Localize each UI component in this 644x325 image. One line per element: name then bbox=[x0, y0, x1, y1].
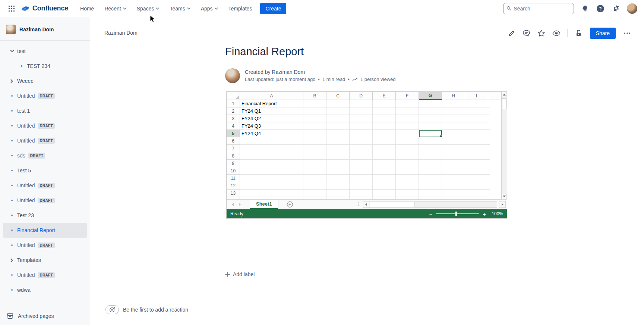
cell-F9[interactable] bbox=[396, 160, 419, 167]
row-header-4[interactable]: 4 bbox=[227, 122, 240, 130]
cell-E11[interactable] bbox=[373, 175, 396, 182]
cell-D3[interactable] bbox=[350, 115, 373, 122]
cell-B8[interactable] bbox=[303, 152, 326, 160]
horizontal-scroll-thumb[interactable] bbox=[370, 202, 414, 207]
horizontal-scrollbar[interactable] bbox=[363, 201, 497, 208]
row-header-9[interactable]: 9 bbox=[227, 160, 240, 167]
cell-A12[interactable] bbox=[240, 182, 303, 190]
cell-I4[interactable] bbox=[465, 122, 488, 130]
zoom-out-button[interactable]: − bbox=[429, 211, 432, 217]
cell-C2[interactable] bbox=[326, 107, 350, 115]
nav-item-templates[interactable]: Templates bbox=[228, 6, 252, 12]
expand-toggle[interactable] bbox=[9, 258, 15, 262]
cell-G4[interactable] bbox=[419, 122, 442, 130]
row-header-13[interactable]: 13 bbox=[227, 190, 240, 197]
cell-D2[interactable] bbox=[350, 107, 373, 115]
cell-F6[interactable] bbox=[396, 137, 419, 145]
sidebar-item-sds[interactable]: •sdsDRAFT bbox=[3, 148, 87, 163]
cell-C1[interactable] bbox=[326, 100, 350, 107]
column-header-A[interactable]: A bbox=[240, 92, 303, 100]
cell-H4[interactable] bbox=[442, 122, 465, 130]
comments-button[interactable] bbox=[521, 28, 532, 39]
cell-D10[interactable] bbox=[350, 167, 373, 175]
cell-E12[interactable] bbox=[373, 182, 396, 190]
edit-button[interactable] bbox=[506, 28, 517, 39]
cell-H3[interactable] bbox=[442, 115, 465, 122]
space-header[interactable]: Raziman Dom bbox=[0, 17, 90, 40]
cell-A3[interactable]: FY24 Q2 bbox=[240, 115, 303, 122]
prev-sheet-button[interactable] bbox=[232, 203, 234, 206]
cell-B7[interactable] bbox=[303, 145, 326, 152]
app-switcher-icon[interactable] bbox=[7, 4, 16, 13]
scroll-right-button[interactable] bbox=[499, 201, 506, 208]
cell-H5[interactable] bbox=[442, 130, 465, 137]
archived-pages-button[interactable]: Archived pages bbox=[0, 307, 90, 325]
cell-G12[interactable] bbox=[419, 182, 442, 190]
more-actions-button[interactable] bbox=[622, 28, 633, 39]
cell-A10[interactable] bbox=[240, 167, 303, 175]
column-header-D[interactable]: D bbox=[350, 92, 373, 100]
expand-toggle[interactable] bbox=[9, 79, 15, 83]
cell-G10[interactable] bbox=[419, 167, 442, 175]
row-header-10[interactable]: 10 bbox=[227, 167, 240, 175]
row-header-5[interactable]: 5 bbox=[227, 130, 240, 137]
create-button[interactable]: Create bbox=[260, 3, 286, 14]
cell-G6[interactable] bbox=[419, 137, 442, 145]
sheet-tab[interactable]: Sheet1 bbox=[250, 200, 278, 209]
cell-I8[interactable] bbox=[465, 152, 488, 160]
cell-D1[interactable] bbox=[350, 100, 373, 107]
sidebar-item-weeee[interactable]: Weeee bbox=[3, 74, 87, 88]
cell-E10[interactable] bbox=[373, 167, 396, 175]
cell-G7[interactable] bbox=[419, 145, 442, 152]
cell-C11[interactable] bbox=[326, 175, 350, 182]
sidebar-item-test-234[interactable]: •TEST 234 bbox=[3, 59, 87, 74]
vertical-scrollbar[interactable] bbox=[501, 92, 507, 199]
sidebar-item-untitled[interactable]: •UntitledDRAFT bbox=[3, 118, 87, 133]
add-label-button[interactable]: Add label bbox=[225, 271, 255, 277]
cell-H9[interactable] bbox=[442, 160, 465, 167]
zoom-in-button[interactable]: + bbox=[483, 211, 486, 217]
cell-I9[interactable] bbox=[465, 160, 488, 167]
column-header-C[interactable]: C bbox=[326, 92, 350, 100]
cell-C13[interactable] bbox=[326, 190, 350, 197]
sidebar-item-untitled[interactable]: •UntitledDRAFT bbox=[3, 88, 87, 103]
share-button[interactable]: Share bbox=[590, 28, 616, 39]
column-header-B[interactable]: B bbox=[303, 92, 326, 100]
cell-E8[interactable] bbox=[373, 152, 396, 160]
sidebar-item-test-1[interactable]: •test 1 bbox=[3, 103, 87, 118]
cell-A2[interactable]: FY24 Q1 bbox=[240, 107, 303, 115]
cell-G9[interactable] bbox=[419, 160, 442, 167]
user-avatar[interactable] bbox=[627, 3, 637, 14]
cell-F2[interactable] bbox=[396, 107, 419, 115]
cell-C9[interactable] bbox=[326, 160, 350, 167]
sidebar-item-untitled[interactable]: •UntitledDRAFT bbox=[3, 238, 87, 253]
cell-B9[interactable] bbox=[303, 160, 326, 167]
cell-G3[interactable] bbox=[419, 115, 442, 122]
search-box[interactable] bbox=[503, 3, 574, 14]
cell-F3[interactable] bbox=[396, 115, 419, 122]
row-header-1[interactable]: 1 bbox=[227, 100, 240, 107]
cell-A7[interactable] bbox=[240, 145, 303, 152]
breadcrumb[interactable]: Raziman Dom bbox=[104, 30, 138, 36]
sidebar-item-untitled[interactable]: •UntitledDRAFT bbox=[3, 133, 87, 148]
cell-I6[interactable] bbox=[465, 137, 488, 145]
cell-F13[interactable] bbox=[396, 190, 419, 197]
cell-B13[interactable] bbox=[303, 190, 326, 197]
tabbar-handle-icon[interactable]: ⋮ bbox=[356, 201, 361, 207]
cell-D11[interactable] bbox=[350, 175, 373, 182]
cell-G2[interactable] bbox=[419, 107, 442, 115]
cell-E6[interactable] bbox=[373, 137, 396, 145]
row-header-6[interactable]: 6 bbox=[227, 137, 240, 145]
cell-C8[interactable] bbox=[326, 152, 350, 160]
cell-I2[interactable] bbox=[465, 107, 488, 115]
cell-G8[interactable] bbox=[419, 152, 442, 160]
cell-A13[interactable] bbox=[240, 190, 303, 197]
sidebar-item-test-23[interactable]: •Test 23 bbox=[3, 208, 87, 223]
column-header-E[interactable]: E bbox=[373, 92, 396, 100]
cell-F1[interactable] bbox=[396, 100, 419, 107]
cell-B2[interactable] bbox=[303, 107, 326, 115]
cell-C5[interactable] bbox=[326, 130, 350, 137]
cell-F7[interactable] bbox=[396, 145, 419, 152]
cell-C7[interactable] bbox=[326, 145, 350, 152]
vertical-scroll-thumb[interactable] bbox=[502, 98, 506, 109]
